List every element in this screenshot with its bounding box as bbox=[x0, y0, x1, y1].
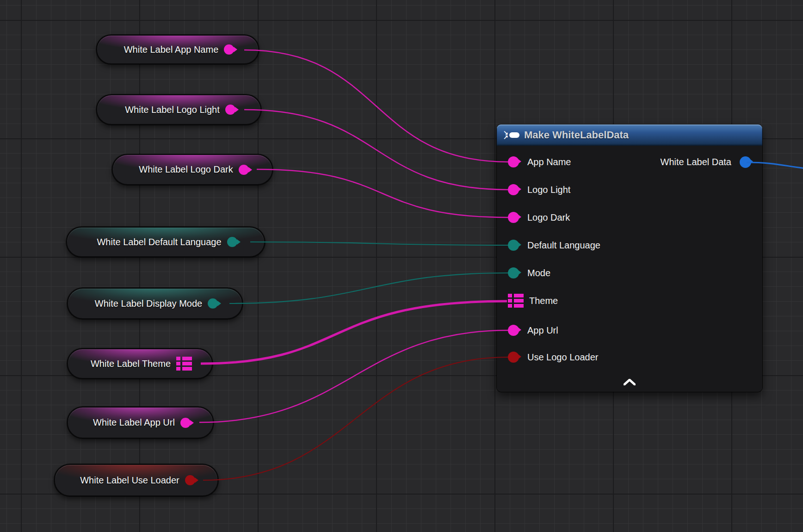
input-pin-logo-dark[interactable] bbox=[508, 212, 519, 223]
input-pin-row-mode: Mode bbox=[508, 264, 550, 282]
pin-label: Logo Light bbox=[527, 185, 570, 195]
output-pin-white-label-theme struct-pin-icon[interactable] bbox=[176, 357, 192, 371]
chevron-up-icon bbox=[624, 379, 636, 385]
input-pin-row-app-name: App Name bbox=[508, 153, 571, 171]
pin-label: Default Language bbox=[527, 240, 600, 251]
variable-node-white-label-default-language[interactable]: White Label Default Language bbox=[66, 227, 265, 257]
pin-label: Theme bbox=[529, 296, 558, 306]
wire-theme[interactable] bbox=[201, 301, 507, 364]
output-pin-white-label-use-loader[interactable] bbox=[185, 475, 195, 485]
input-pin-row-logo-dark: Logo Dark bbox=[508, 208, 570, 227]
pin-label: Logo Dark bbox=[527, 212, 570, 223]
input-pin-row-use-logo-loader: Use Logo Loader bbox=[508, 348, 598, 366]
output-pin-white-label-display-mode[interactable] bbox=[208, 298, 218, 309]
variable-label: White Label App Url bbox=[93, 417, 175, 428]
input-pin-mode[interactable] bbox=[508, 267, 519, 278]
input-pin-row-theme: Theme bbox=[508, 291, 558, 310]
output-pin-white-label-app-url[interactable] bbox=[180, 418, 191, 428]
variable-node-white-label-app-url[interactable]: White Label App Url bbox=[67, 407, 214, 439]
wire-app-url[interactable] bbox=[199, 330, 508, 422]
output-pin-white-label-app-name[interactable] bbox=[224, 44, 234, 55]
blueprint-graph[interactable]: White Label App Name White Label Logo Li… bbox=[0, 0, 803, 532]
collapse-node-button[interactable] bbox=[616, 377, 643, 387]
variable-label: White Label Theme bbox=[91, 359, 171, 369]
variable-node-white-label-app-name[interactable]: White Label App Name bbox=[96, 35, 259, 64]
pin-label: App Url bbox=[527, 325, 558, 336]
variable-label: White Label Logo Dark bbox=[139, 164, 233, 175]
input-pin-row-default-language: Default Language bbox=[508, 236, 600, 254]
wire-display-mode[interactable] bbox=[229, 273, 508, 303]
pin-label: Use Logo Loader bbox=[527, 352, 598, 363]
output-pin-white-label-logo-light[interactable] bbox=[225, 105, 235, 115]
variable-label: White Label App Name bbox=[124, 44, 219, 55]
variable-label: White Label Logo Light bbox=[125, 105, 220, 115]
variable-node-white-label-logo-dark[interactable]: White Label Logo Dark bbox=[112, 154, 273, 185]
output-pin-white-label-default-language[interactable] bbox=[227, 237, 237, 247]
wire-default-language[interactable] bbox=[250, 242, 508, 245]
pin-label: Mode bbox=[527, 268, 550, 278]
input-pin-default-language[interactable] bbox=[508, 240, 519, 251]
input-pin-row-logo-light: Logo Light bbox=[508, 180, 570, 199]
output-pin-row-white-label-data: White Label Data bbox=[661, 153, 751, 171]
pin-label: App Name bbox=[527, 157, 571, 167]
input-pin-row-app-url: App Url bbox=[508, 321, 558, 340]
pin-label: White Label Data bbox=[661, 157, 731, 167]
variable-node-white-label-use-loader[interactable]: White Label Use Loader bbox=[54, 464, 218, 496]
wire-logo-dark[interactable] bbox=[257, 169, 508, 217]
input-pin-logo-light[interactable] bbox=[508, 184, 519, 195]
make-whitelabeldata-node[interactable]: ↘↗ Make WhiteLabelData App Name Logo Lig… bbox=[497, 124, 762, 392]
wire-app-name[interactable] bbox=[244, 50, 508, 162]
input-pin-use-logo-loader[interactable] bbox=[508, 352, 519, 363]
make-struct-icon: ↘↗ bbox=[503, 130, 519, 140]
variable-node-white-label-theme[interactable]: White Label Theme bbox=[67, 348, 213, 379]
input-pin-theme struct-pin-icon[interactable] bbox=[508, 294, 524, 308]
node-title: Make WhiteLabelData bbox=[524, 129, 629, 141]
variable-node-white-label-logo-light[interactable]: White Label Logo Light bbox=[96, 94, 261, 125]
node-header[interactable]: ↘↗ Make WhiteLabelData bbox=[497, 124, 762, 146]
input-pin-app-url[interactable] bbox=[508, 325, 519, 336]
wire-logo-light[interactable] bbox=[244, 110, 508, 190]
variable-label: White Label Display Mode bbox=[95, 298, 202, 309]
variable-node-white-label-display-mode[interactable]: White Label Display Mode bbox=[67, 288, 243, 319]
output-pin-white-label-logo-dark[interactable] bbox=[239, 165, 249, 175]
variable-label: White Label Use Loader bbox=[80, 475, 179, 486]
input-pin-app-name[interactable] bbox=[508, 156, 519, 167]
variable-label: White Label Default Language bbox=[97, 237, 221, 247]
